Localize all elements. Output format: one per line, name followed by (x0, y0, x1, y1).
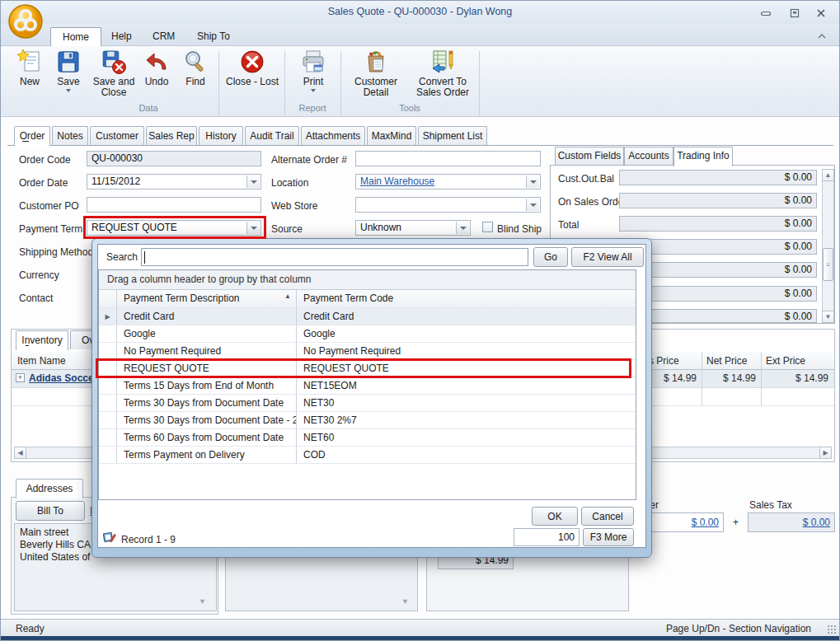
lookup-row-net30[interactable]: Terms 30 Days from Document DateNET30 (99, 395, 636, 412)
trading-value-6: $ 0.00 (785, 288, 812, 299)
tab-notes-label: Notes (57, 130, 82, 142)
search-input[interactable] (141, 248, 528, 266)
tab-trading-info[interactable]: Trading Info (673, 147, 733, 166)
contact-label: Contact (19, 292, 53, 304)
ext-price-column-header[interactable]: Ext Price (766, 355, 805, 367)
lookup-row-google[interactable]: GoogleGoogle (99, 325, 636, 343)
new-button[interactable]: New (12, 49, 47, 87)
ribbon-tab-shipto[interactable]: Ship To (185, 27, 242, 46)
scroll-down-icon[interactable]: ▼ (822, 311, 834, 323)
location-value-link[interactable]: Main Warehouse (360, 175, 434, 187)
expand-icon[interactable]: + (16, 373, 25, 382)
app-logo-icon[interactable] (7, 3, 44, 40)
customer-po-field[interactable] (87, 197, 261, 213)
ribbon-tab-crm[interactable]: CRM (141, 27, 186, 46)
tab-maxmind[interactable]: MaxMind (367, 126, 416, 145)
close-lost-button[interactable]: Close - Lost (222, 49, 283, 87)
location-dropdown-icon[interactable] (526, 175, 539, 188)
ribbon-tab-help[interactable]: Help (100, 27, 143, 46)
ribbon-group-data: Data (12, 103, 284, 115)
item-name-link[interactable]: Adidas Soccer (29, 372, 97, 384)
tab-attachments[interactable]: Attachments (301, 126, 365, 145)
trading-scrollbar[interactable] (822, 169, 834, 323)
on-sales-order-value: $ 0.00 (785, 194, 812, 206)
tab-accounts[interactable]: Accounts (624, 147, 673, 166)
column-header-description[interactable]: Payment Term Description▲ (117, 290, 297, 307)
minimize-button[interactable] (755, 7, 777, 19)
view-all-button[interactable]: F2 View All (571, 247, 644, 267)
tab-customer[interactable]: Customer (90, 126, 144, 145)
ribbon-collapse-button[interactable] (817, 30, 827, 42)
trading-scrollbar-thumb[interactable]: ≡ (823, 248, 833, 281)
lookup-row-cod[interactable]: Terms Payment on DeliveryCOD (99, 447, 636, 464)
order-date-dropdown-icon[interactable] (246, 175, 260, 188)
go-button[interactable]: Go (533, 247, 568, 267)
tab-addresses[interactable]: Addresses (16, 479, 83, 498)
cell-code: NET15EOM (297, 377, 636, 394)
undo-button-label: Undo (145, 77, 169, 87)
source-combo[interactable]: Unknown (355, 220, 471, 236)
cell-description: Credit Card (117, 308, 297, 325)
page-size-input[interactable]: 100 (514, 528, 580, 546)
payment-term-combo[interactable]: REQUEST QUOTE (87, 220, 261, 236)
net-price-column-header[interactable]: Net Price (706, 355, 747, 367)
undo-button[interactable]: Undo (139, 49, 174, 87)
source-dropdown-icon[interactable] (456, 222, 469, 234)
lookup-row-no-payment[interactable]: No Payment RequiredNo Payment Required (99, 343, 636, 360)
order-date-combo[interactable]: 11/15/2012 (87, 174, 261, 189)
ribbon-group-report: Report (284, 103, 340, 115)
tab-inventory[interactable]: Inventory (16, 330, 68, 350)
convert-to-sales-order-button[interactable]: Convert To Sales Order (410, 49, 476, 98)
lookup-row-net15eom[interactable]: Terms 15 Days from End of MonthNET15EOM (99, 377, 636, 395)
item-name-column-header[interactable]: Item Name (17, 355, 66, 367)
shipping-method-label: Shipping Method (19, 246, 93, 258)
column-header-code[interactable]: Payment Term Code (297, 290, 636, 307)
accelerator-underline (22, 141, 29, 142)
scroll-up-icon[interactable]: ▲ (822, 169, 834, 181)
sales-tax-value-link[interactable]: $ 0.00 (803, 517, 830, 528)
restore-button[interactable] (784, 7, 805, 19)
customer-detail-button[interactable]: Customer Detail (345, 49, 406, 98)
save-dropdown-icon[interactable] (66, 89, 71, 92)
web-store-combo[interactable] (355, 197, 541, 213)
ok-button[interactable]: OK (532, 507, 578, 526)
ribbon-tab-home[interactable]: Home (50, 27, 101, 46)
tab-sales-rep[interactable]: Sales Rep (146, 126, 197, 145)
print-dropdown-icon[interactable] (311, 89, 316, 92)
tab-history[interactable]: History (199, 126, 243, 145)
bill-to-button[interactable]: Bill To (16, 501, 85, 521)
tab-order[interactable]: Order (14, 126, 50, 146)
row-indicator-cell (99, 447, 117, 463)
tab-shipment-list[interactable]: Shipment List (418, 126, 487, 145)
scroll-down-icon[interactable]: ▼ (401, 597, 409, 606)
lookup-row-net60[interactable]: Terms 60 Days from Document DateNET60 (99, 429, 636, 447)
tab-custom-fields[interactable]: Custom Fields (555, 147, 624, 166)
other-value-link[interactable]: $ 0.00 (692, 517, 719, 528)
lookup-row-credit-card[interactable]: ▶Credit CardCredit Card (99, 308, 636, 325)
payment-term-dropdown-icon[interactable] (246, 222, 260, 234)
gross-price-column-header[interactable]: s Price (649, 355, 679, 367)
tab-audit-trail[interactable]: Audit Trail (245, 126, 299, 145)
sales-tax-field[interactable]: $ 0.00 (748, 512, 835, 532)
lookup-row-net30-2pct[interactable]: Terms 30 Days from Document Date - 2% Di… (99, 412, 636, 429)
location-combo[interactable]: Main Warehouse (355, 174, 541, 189)
scroll-down-icon[interactable]: ▼ (199, 597, 206, 606)
lookup-row-request-quote[interactable]: REQUEST QUOTEREQUEST QUOTE (99, 360, 636, 377)
row-indicator-cell (99, 412, 117, 428)
save-and-close-button[interactable]: Save and Close (90, 49, 138, 98)
cancel-button[interactable]: Cancel (581, 507, 634, 526)
resize-grip[interactable] (827, 625, 837, 634)
alternate-order-field[interactable] (355, 151, 541, 166)
row-indicator-cell (99, 377, 117, 394)
more-button[interactable]: F3 More (583, 528, 634, 546)
find-button[interactable]: Find (177, 49, 214, 87)
blind-ship-checkbox[interactable] (482, 222, 493, 232)
tab-notes[interactable]: Notes (52, 126, 88, 145)
save-button[interactable]: Save (50, 49, 87, 92)
scroll-left-icon[interactable]: ◀ (14, 447, 26, 459)
cell-description: Terms 15 Days from End of Month (117, 377, 297, 394)
close-button[interactable] (810, 7, 832, 19)
scroll-right-icon[interactable]: ▶ (819, 447, 832, 459)
print-button[interactable]: Print (289, 49, 337, 92)
web-store-dropdown-icon[interactable] (526, 199, 539, 211)
